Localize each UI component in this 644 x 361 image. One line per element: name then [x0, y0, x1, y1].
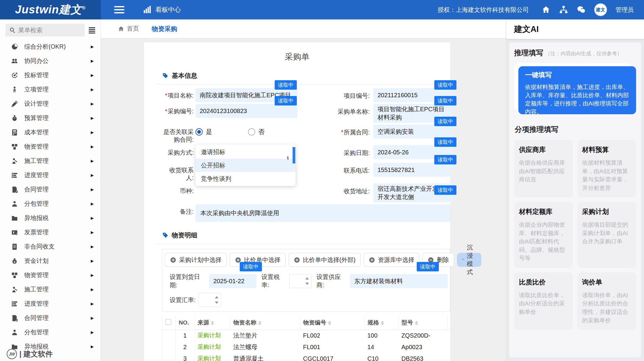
table-column-header[interactable]: 物资名称	[230, 316, 300, 330]
chevron-right-icon: ▶	[91, 301, 94, 306]
sidebar-item-label: 协同办公	[24, 57, 49, 65]
row-model: Ap0023	[398, 341, 448, 353]
board-center-link[interactable]: 看板中心	[143, 5, 181, 14]
table-column-header[interactable]: 单位	[448, 316, 451, 330]
dropdown-scrollbar-thumb[interactable]	[293, 147, 295, 163]
dropdown-option[interactable]: 公开招标	[195, 159, 296, 172]
sidebar-menu-item[interactable]: 非合同收支 ▶	[0, 239, 100, 254]
remark-field[interactable]: 本次采购由中央机房降温使用	[195, 204, 450, 222]
table-column-header[interactable]: 来源	[195, 316, 230, 330]
method-label: 采购方式	[168, 149, 192, 156]
tag-icon	[162, 232, 169, 239]
sidebar-menu-item[interactable]: 成本管理 ▶	[0, 125, 100, 139]
ai-inference-card[interactable]: 材料定额库 依据企业内部物资库、材料定额库，由AI匹配材料代码、品牌、规格型号等	[514, 202, 573, 268]
arrival-date-field[interactable]: 2025-01-22	[209, 274, 256, 288]
breadcrumb-home[interactable]: 首页	[118, 25, 139, 33]
home-icon	[118, 26, 124, 32]
sidebar-menu-item[interactable]: 异地报税 ▶	[0, 211, 100, 225]
sort-icon[interactable]	[415, 321, 418, 325]
chevron-right-icon: ▶	[91, 101, 94, 106]
ai-card-description: 依据材料预算清单，由AI比对预算量与实际需求量，并分析差异	[582, 159, 631, 192]
chevron-right-icon: ▶	[91, 344, 94, 349]
stepper-down-icon[interactable]	[305, 283, 309, 285]
table-column-header[interactable]: 规格	[364, 316, 398, 330]
sidebar-menu-item[interactable]: 分包管理 ▶	[0, 325, 100, 339]
ai-inference-card[interactable]: 供应商库 依据合格供应商库由AI智能匹配供应商信息	[514, 140, 573, 198]
phone-field[interactable]: 15515827821	[373, 163, 452, 177]
sidebar-menu-item[interactable]: 物资管理 ▶	[0, 139, 100, 154]
sidebar-menu-item[interactable]: 分包管理 ▶	[0, 197, 100, 211]
wechat-icon[interactable]	[577, 5, 586, 14]
table-row[interactable]: 3 采购计划 普通混凝土 CGCL0017 C10 DB2563	[162, 353, 451, 361]
sidebar-menu-item[interactable]: 综合分析(OKR) ▶	[0, 40, 100, 54]
tax-rate-stepper[interactable]	[289, 274, 312, 288]
sidebar-item-label: 投标管理	[24, 71, 49, 79]
table-column-header[interactable]: NO.	[176, 316, 195, 330]
sort-icon[interactable]	[258, 321, 261, 325]
sort-icon[interactable]	[211, 321, 214, 325]
hamburger-menu-icon[interactable]	[114, 4, 124, 15]
reading-badge: 读取中	[275, 80, 297, 90]
sidebar-menu-item[interactable]: 发票管理 ▶	[0, 225, 100, 239]
org-structure-icon[interactable]	[559, 5, 568, 14]
select-all-checkbox[interactable]	[165, 319, 171, 325]
menu-search-box[interactable]	[5, 24, 85, 36]
table-row[interactable]: 2 采购计划 法兰螺母 FL001 14 Ap0023	[162, 341, 451, 353]
ai-inference-card[interactable]: 材料预算 依据材料预算清单，由AI比对预算量与实际需求量，并分析差异	[577, 140, 636, 198]
link-contract-yes-radio[interactable]: 是	[195, 128, 245, 136]
sidebar-menu-item[interactable]: 施工管理 ▶	[0, 282, 100, 297]
ai-inference-card[interactable]: 询价单 读取询价单，由AI分析比质比价的合理性，并建议适合的采购单价	[577, 272, 636, 330]
progress-icon	[11, 300, 18, 308]
breadcrumb-current[interactable]: 物资采购	[152, 25, 177, 33]
ai-inference-card[interactable]: 采购计划 依据项目部提交的采购计划单，由AI合并为采购订单	[577, 202, 636, 268]
sidebar-menu-item[interactable]: 协同办公 ▶	[0, 54, 100, 68]
sidebar-menu-item[interactable]: 投标管理 ▶	[0, 68, 100, 82]
home-icon[interactable]	[541, 5, 551, 14]
menu-search-input[interactable]	[18, 27, 81, 34]
contract-label: 所属合同	[344, 129, 368, 136]
sidebar-menu-item[interactable]: 设计管理 ▶	[0, 97, 100, 111]
contract-field[interactable]: 空调采购安装	[373, 125, 452, 139]
sidebar-menu-item[interactable]: 合同管理 ▶	[0, 311, 100, 325]
sidebar-menu-item[interactable]: 立项管理 ▶	[0, 82, 100, 97]
sidebar-item-label: 成本管理	[24, 128, 49, 136]
toolbar-button[interactable]: 资源库中选择	[364, 253, 419, 267]
sidebar-menu-item[interactable]: 进度管理 ▶	[0, 168, 100, 182]
ai-inference-card[interactable]: 比质比价 读取比质比价单，由AI分析适合的采购单价	[514, 272, 573, 330]
row-model: DB2563	[398, 353, 448, 361]
sidebar-menu-item[interactable]: 预算管理 ▶	[0, 111, 100, 125]
sidebar-item-label: 施工管理	[24, 285, 49, 294]
menu-collapse-icon[interactable]	[88, 26, 96, 34]
exchange-rate-stepper[interactable]	[198, 293, 221, 307]
sidebar-menu-item[interactable]: 资金计划 ▶	[0, 254, 100, 268]
sidebar-menu-item[interactable]: 进度管理 ▶	[0, 297, 100, 311]
table-column-header[interactable]: 物资编号	[300, 316, 364, 330]
radio-unselected-icon	[248, 128, 255, 136]
stepper-up-icon[interactable]	[305, 277, 309, 280]
app-logo[interactable]: Justwin建文®	[0, 0, 101, 19]
one-click-fill-card[interactable]: 一键填写 依据材料预算清单，施工进度，出库单、入库单、库存量、比质比价单、材料内…	[518, 66, 636, 114]
table-row[interactable]: 1 采购计划 法兰垫片 FL002 100 ZQS200D-	[162, 330, 451, 341]
sort-icon[interactable]	[328, 321, 331, 325]
user-avatar[interactable]: 建文	[594, 3, 607, 16]
remark-label: 备注	[180, 208, 192, 215]
toolbar-button[interactable]: 比价单中选择(外部)	[289, 253, 361, 267]
purchase-no-field[interactable]: 20240123100823	[195, 104, 297, 118]
dropdown-option[interactable]: 邀请招标	[195, 145, 296, 159]
sidebar-menu-item[interactable]: 物资管理 ▶	[0, 268, 100, 282]
toolbar-button[interactable]: 采购计划中选择	[165, 253, 227, 267]
stepper-down-icon[interactable]	[215, 301, 219, 304]
sidebar-menu-item[interactable]: 施工管理 ▶	[0, 154, 100, 168]
date-label: 采购日期	[344, 150, 368, 156]
row-material-name: 法兰螺母	[230, 341, 300, 353]
sort-icon[interactable]	[381, 321, 384, 325]
table-column-header[interactable]: 型号	[398, 316, 448, 330]
supplier-field[interactable]: 东方建材装饰材料	[350, 274, 448, 288]
document-icon	[11, 243, 18, 250]
sidebar-menu-item[interactable]: 合同管理 ▶	[0, 182, 100, 197]
current-user-label[interactable]: 管理员	[615, 6, 634, 14]
dropdown-option[interactable]: 竞争性谈判	[195, 172, 296, 185]
link-contract-no-radio[interactable]: 否	[248, 128, 297, 136]
immersive-mode-button[interactable]: 沉浸模式	[457, 253, 481, 267]
stepper-up-icon[interactable]	[215, 296, 219, 298]
